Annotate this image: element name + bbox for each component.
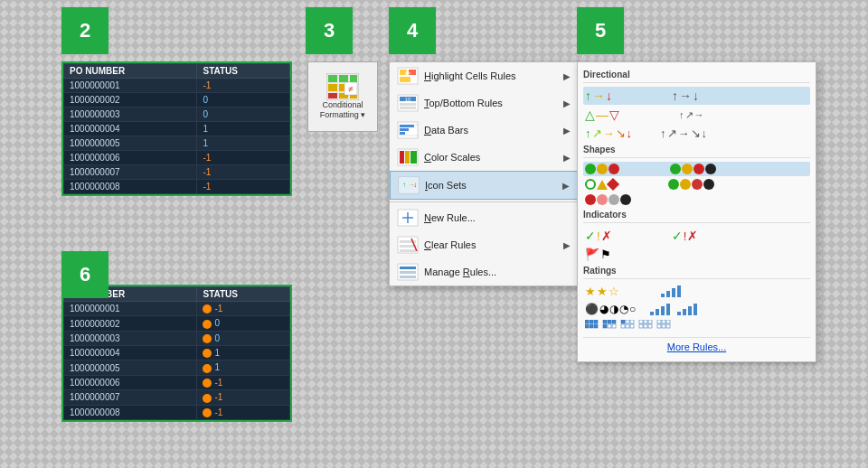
svg-rect-76 [626,324,629,328]
svg-rect-42 [400,249,416,252]
svg-rect-67 [608,320,611,323]
svg-rect-14 [400,77,410,82]
svg-rect-73 [626,320,629,323]
svg-rect-2 [339,75,348,82]
table-row: 1000000006-1 [64,375,290,389]
svg-rect-21 [400,107,416,109]
svg-rect-78 [639,320,643,323]
menu-item-managerules[interactable]: Manage Rules... [390,258,578,285]
table-2: PO NUMBER STATUS 1000000001-110000000020… [61,61,292,196]
table-row: 10000000041 [64,346,290,360]
svg-rect-88 [662,324,665,328]
badge-5-label: 5 [595,19,606,42]
svg-rect-54 [661,306,665,315]
icon-checkmark: ✓ ! ✗ [585,229,612,243]
svg-rect-60 [585,320,589,323]
status-dot [203,349,212,358]
svg-rect-50 [672,288,675,297]
icon-stars: ★ ★ ☆ [585,285,619,298]
iconsets-row-rat1[interactable]: ★ ★ ☆ [583,283,810,300]
svg-rect-45 [400,267,416,269]
svg-rect-4 [328,84,337,91]
badge-5: 5 [577,7,624,54]
svg-rect-28 [400,151,404,164]
more-rules-link[interactable]: More Rules... [583,337,810,356]
newrule-icon [397,209,419,227]
icon-circles-dark2 [668,179,714,190]
iconsets-row-rat3[interactable] [583,318,810,333]
iconsets-row-shapes2[interactable] [583,177,810,192]
svg-rect-69 [603,324,607,328]
menu-arrow-iconsets: ▶ [562,181,570,191]
iconsets-row-dir2[interactable]: △ — ▽ ↑ ↗ → [583,106,810,124]
icon-grids [585,320,693,332]
menu-label-clearrules: Clear Rules [424,239,563,250]
more-rules-label: More Rules... [667,342,726,352]
svg-rect-51 [677,285,681,297]
col-status: STATUS [197,64,290,79]
table-row: 10000000020 [64,93,290,108]
menu-arrow-databars: ▶ [563,126,571,136]
iconsets-row-shapes3[interactable] [583,192,810,207]
svg-rect-74 [630,320,634,323]
menu-arrow-topbottom: ▶ [563,98,571,108]
icon-gray-arrows5: ↑ ↗ → ↘ ↓ [660,126,707,140]
svg-rect-82 [644,324,647,328]
badge-4-label: 4 [407,19,418,42]
svg-rect-29 [405,151,410,164]
iconsets-row-shapes1[interactable] [583,162,810,176]
badge-2-label: 2 [80,19,90,42]
svg-rect-70 [608,324,611,328]
menu-item-topbottom[interactable]: 10 Top/Bottom Rules ▶ [390,89,578,117]
icon-shape-tri [585,179,618,190]
status-dot [203,408,212,417]
badge-3: 3 [306,7,353,54]
iconsets-row-dir3[interactable]: ↑ ↗ → ↘ ↓ ↑ ↗ → ↘ ↓ [583,125,810,142]
table-row: 10000000030 [64,108,290,122]
svg-rect-79 [644,320,647,323]
svg-rect-61 [590,320,593,323]
menu-item-newrule[interactable]: New Rule... [390,204,578,231]
clearrules-icon [397,236,419,254]
section-shapes: Shapes [583,143,810,158]
section-indicators: Indicators [583,208,810,223]
icon-gray-arrows3: ↑ → ↓ [672,89,699,103]
svg-rect-68 [612,320,616,323]
svg-rect-24 [400,128,409,131]
databars-icon [397,121,419,139]
iconsets-row-dir1[interactable]: ↑ → ↓ ↑ → ↓ [583,87,810,105]
icon-check2: ✓ ! ✗ [672,229,699,243]
status-dot [203,379,212,388]
svg-rect-75 [621,324,625,328]
icon-bars-signal2 [650,304,704,315]
menu-item-highlight[interactable]: $> Highlight Cells Rules ▶ [390,62,578,89]
iconsets-submenu: Directional ↑ → ↓ ↑ → ↓ △ — ▽ ↑ ↗ → ↑ [577,61,816,362]
table-row: 10000000051 [64,136,290,151]
menu-item-iconsets[interactable]: ↑ → ↓ Icon Sets ▶ [390,171,578,200]
iconsets-row-ind2[interactable]: 🚩 ⚑ [583,246,810,263]
conditional-formatting-button[interactable]: ≠ ConditionalFormatting ▾ [307,61,378,132]
icon-circles-color [585,164,619,174]
svg-rect-1 [328,75,337,82]
iconsets-row-rat2[interactable]: ⚫ ◕ ◑ ◔ ○ [583,301,810,317]
cf-label: ConditionalFormatting ▾ [320,100,366,120]
svg-rect-57 [683,309,686,315]
menu-label-topbottom: Top/Bottom Rules [424,98,563,108]
iconsets-row-ind1[interactable]: ✓ ! ✗ ✓ ! ✗ [583,227,810,245]
icon-green-up: ↑ → ↓ [585,89,612,103]
svg-rect-84 [657,320,661,323]
menu-item-clearrules[interactable]: Clear Rules ▶ [390,231,578,258]
icon-pies: ⚫ ◕ ◑ ◔ ○ [585,303,636,315]
icon-single-red [585,194,631,205]
menu-label-managerules: Manage Rules... [424,267,571,277]
menu-item-colorscales[interactable]: Color Scales ▶ [390,144,578,171]
status-dot [203,304,212,314]
svg-rect-47 [400,276,416,278]
svg-text:≠: ≠ [348,84,354,94]
menu-item-databars[interactable]: Data Bars ▶ [390,117,578,144]
menu-arrow-clearrules: ▶ [563,240,571,250]
badge-3-label: 3 [324,19,335,42]
svg-rect-81 [639,324,643,328]
cf-icon: ≠ [326,73,359,100]
svg-rect-55 [666,304,670,315]
